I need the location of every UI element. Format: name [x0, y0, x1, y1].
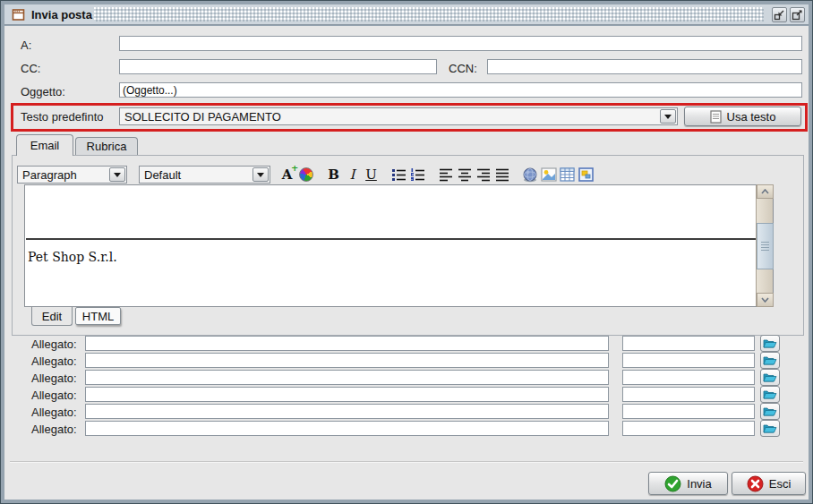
attachment-row: Allegato: [4, 421, 809, 438]
link-globe-icon[interactable] [520, 166, 539, 184]
allegato-label: Allegato: [31, 406, 77, 419]
ccn-label: CCN: [449, 62, 477, 75]
ordered-list-icon[interactable] [408, 166, 427, 184]
underline-icon[interactable]: U [362, 166, 381, 184]
a-input[interactable] [119, 36, 802, 51]
chevron-down-icon [257, 173, 264, 177]
unordered-list-icon[interactable] [389, 166, 408, 184]
tab-email[interactable]: Email [16, 134, 73, 156]
attachment-path-input[interactable] [85, 387, 609, 402]
open-folder-icon [763, 355, 777, 366]
allegato-label: Allegato: [31, 389, 77, 402]
browse-attachment-button[interactable] [760, 369, 780, 386]
plus-icon: + [291, 163, 298, 173]
cc-input[interactable] [119, 59, 437, 74]
attachment-name-input[interactable] [622, 421, 755, 436]
bold-icon[interactable]: B [324, 166, 343, 184]
open-folder-icon [763, 372, 777, 383]
titlebar[interactable]: Invia posta [4, 4, 809, 25]
preset-combobox[interactable]: SOLLECITO DI PAGAMENTO [119, 107, 678, 125]
paragraph-combobox[interactable]: Paragraph [17, 166, 127, 184]
insert-object-icon[interactable] [577, 166, 595, 184]
attachment-name-input[interactable] [622, 404, 755, 419]
attachment-name-input[interactable] [622, 370, 755, 385]
preset-dropdown-button[interactable] [660, 109, 676, 124]
browse-attachment-button[interactable] [760, 352, 780, 369]
attachment-path-input[interactable] [85, 421, 609, 436]
italic-icon[interactable]: I [343, 166, 362, 184]
document-icon [710, 110, 722, 124]
tab-edit-label: Edit [42, 310, 62, 323]
align-left-icon[interactable] [436, 166, 455, 184]
scroll-up-button[interactable] [757, 184, 774, 199]
attachment-name-input[interactable] [622, 336, 755, 351]
open-folder-icon [763, 423, 777, 434]
attachment-row: Allegato: [4, 404, 809, 421]
tab-edit-mode[interactable]: Edit [31, 307, 73, 326]
tab-rubrica-label: Rubrica [87, 140, 127, 153]
email-body-text: Pet Shop S.r.l. [28, 250, 117, 264]
attachment-path-input[interactable] [85, 353, 609, 368]
attachment-row: Allegato: [4, 387, 809, 404]
usa-testo-button[interactable]: Usa testo [684, 107, 801, 126]
attachment-row: Allegato: [4, 370, 809, 387]
allegato-label: Allegato: [31, 423, 77, 436]
attachment-path-input[interactable] [85, 370, 609, 385]
esci-label: Esci [769, 477, 792, 491]
justify-icon[interactable] [492, 166, 511, 184]
attachment-path-input[interactable] [85, 404, 609, 419]
allegato-label: Allegato: [31, 355, 77, 368]
oggetto-label: Oggetto: [21, 85, 65, 98]
allegato-label: Allegato: [31, 372, 77, 385]
browse-attachment-button[interactable] [760, 420, 780, 437]
horizontal-rule [26, 238, 772, 240]
thumb-grip [761, 242, 769, 252]
window-frame-icon [12, 8, 26, 26]
chevron-down-icon [664, 115, 672, 119]
esci-button[interactable]: Esci [732, 472, 806, 495]
editor-scrollbar[interactable] [756, 185, 773, 306]
align-center-icon[interactable] [455, 166, 474, 184]
chevron-down-icon [114, 173, 121, 177]
attachment-name-input[interactable] [622, 353, 755, 368]
align-right-icon[interactable] [474, 166, 492, 184]
open-folder-icon [763, 337, 777, 349]
oggetto-input[interactable] [119, 82, 802, 98]
font-size-icon[interactable]: A+ [278, 166, 296, 184]
attachment-path-input[interactable] [85, 336, 609, 351]
font-combobox[interactable]: Default [139, 166, 270, 184]
maximize-window-button[interactable] [790, 7, 805, 22]
scrollbar-thumb[interactable] [757, 223, 774, 269]
check-circle-icon [664, 475, 681, 492]
open-folder-icon [763, 389, 777, 400]
usa-testo-label: Usa testo [727, 110, 776, 124]
browse-attachment-button[interactable] [760, 403, 780, 420]
invia-posta-window: Invia posta A: CC: CCN: [0, 0, 813, 504]
tab-email-label: Email [30, 139, 60, 152]
ccn-input[interactable] [487, 59, 802, 74]
font-dropdown-button[interactable] [252, 167, 269, 182]
preset-selected-value: SOLLECITO DI PAGAMENTO [120, 110, 660, 124]
restore-window-button[interactable] [772, 7, 787, 22]
browse-attachment-button[interactable] [760, 335, 780, 352]
invia-button[interactable]: Invia [648, 472, 728, 495]
tab-html-label: HTML [82, 310, 114, 323]
dialog-content: A: CC: CCN: Oggetto: Testo predefinto SO… [4, 26, 809, 500]
browse-attachment-button[interactable] [760, 386, 780, 403]
titlebar-texture [94, 7, 764, 21]
window-title: Invia posta [31, 8, 92, 21]
scroll-down-button[interactable] [757, 293, 774, 307]
paragraph-dropdown-button[interactable] [109, 167, 125, 182]
email-body-editor[interactable]: Pet Shop S.r.l. [24, 184, 774, 307]
font-selected-value: Default [140, 168, 252, 182]
insert-image-icon[interactable] [539, 166, 558, 184]
cc-label: CC: [21, 62, 40, 75]
open-folder-icon [763, 406, 777, 417]
attachment-name-input[interactable] [622, 387, 755, 402]
paragraph-selected-value: Paragraph [18, 168, 109, 182]
insert-table-icon[interactable] [558, 166, 577, 184]
tab-html-mode[interactable]: HTML [75, 307, 121, 325]
tab-rubrica[interactable]: Rubrica [75, 137, 138, 155]
invia-label: Invia [687, 477, 711, 491]
font-color-palette-icon[interactable] [296, 166, 315, 184]
